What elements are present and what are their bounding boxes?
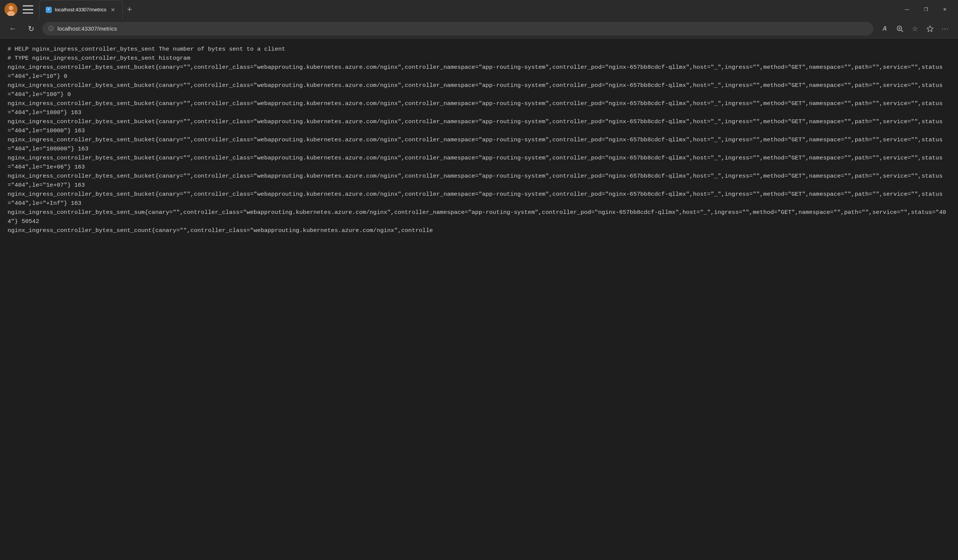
back-button[interactable]: ← bbox=[6, 22, 20, 35]
metric-line: nginx_ingress_controller_bytes_sent_buck… bbox=[8, 155, 942, 170]
collections-button[interactable] bbox=[923, 22, 937, 35]
favorites-star-button[interactable]: ☆ bbox=[908, 22, 922, 35]
metric-line: nginx_ingress_controller_bytes_sent_sum{… bbox=[8, 209, 946, 225]
new-tab-button[interactable]: + bbox=[123, 3, 136, 16]
metric-line: nginx_ingress_controller_bytes_sent_buck… bbox=[8, 118, 942, 134]
tab-close-button[interactable]: ✕ bbox=[109, 6, 116, 13]
svg-rect-4 bbox=[48, 9, 50, 10]
svg-line-7 bbox=[901, 30, 903, 32]
metric-line: nginx_ingress_controller_bytes_sent_buck… bbox=[8, 136, 942, 152]
svg-point-1 bbox=[9, 6, 13, 10]
close-button[interactable]: ✕ bbox=[936, 3, 953, 16]
metrics-content[interactable]: # HELP nginx_ingress_controller_bytes_se… bbox=[0, 38, 958, 560]
restore-button[interactable]: ❐ bbox=[917, 3, 934, 16]
metric-line: nginx_ingress_controller_bytes_sent_buck… bbox=[8, 100, 942, 116]
metric-line: nginx_ingress_controller_bytes_sent_buck… bbox=[8, 191, 942, 207]
metric-line: nginx_ingress_controller_bytes_sent_buck… bbox=[8, 173, 942, 189]
sidebar-toggle-button[interactable] bbox=[23, 5, 33, 14]
zoom-button[interactable] bbox=[893, 22, 907, 35]
more-options-button[interactable]: ··· bbox=[938, 22, 952, 35]
tab-title: localhost:43307/metrics bbox=[55, 7, 106, 13]
tab-favicon bbox=[46, 7, 52, 13]
metric-line: nginx_ingress_controller_bytes_sent_buck… bbox=[8, 82, 942, 98]
svg-marker-10 bbox=[927, 26, 933, 32]
lock-icon: ⓘ bbox=[48, 25, 54, 32]
comment-line: # TYPE nginx_ingress_controller_bytes_se… bbox=[8, 55, 190, 62]
read-mode-button[interactable]: A bbox=[878, 22, 891, 35]
address-bar-actions: A ☆ ··· bbox=[878, 22, 952, 35]
comment-line: # HELP nginx_ingress_controller_bytes_se… bbox=[8, 46, 285, 52]
address-bar: ← ↻ ⓘ localhost:43307/metrics A ☆ ··· bbox=[0, 19, 958, 38]
window-controls: — ❐ ✕ bbox=[898, 3, 953, 16]
active-tab[interactable]: localhost:43307/metrics ✕ bbox=[39, 0, 123, 19]
address-text: localhost:43307/metrics bbox=[57, 25, 867, 32]
title-bar: localhost:43307/metrics ✕ + — ❐ ✕ bbox=[0, 0, 958, 19]
tab-bar: localhost:43307/metrics ✕ + bbox=[39, 0, 892, 19]
profile-avatar[interactable] bbox=[5, 3, 17, 16]
metric-line: nginx_ingress_controller_bytes_sent_buck… bbox=[8, 64, 942, 80]
title-bar-left bbox=[5, 3, 33, 16]
address-input-container[interactable]: ⓘ localhost:43307/metrics bbox=[42, 22, 873, 35]
reload-button[interactable]: ↻ bbox=[24, 22, 38, 35]
minimize-button[interactable]: — bbox=[898, 3, 916, 16]
metric-line: nginx_ingress_controller_bytes_sent_coun… bbox=[8, 227, 433, 234]
svg-rect-5 bbox=[48, 10, 49, 10]
